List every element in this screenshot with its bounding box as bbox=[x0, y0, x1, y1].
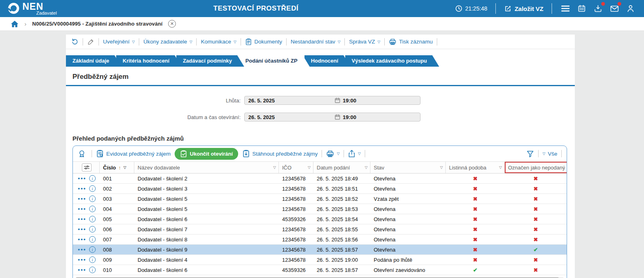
table-row[interactable]: ●●● i 003 Dodavatel - školení 5 12345678… bbox=[73, 194, 567, 204]
tab-v-sledek-zad-vac-ho-postupu[interactable]: Výsledek zadávacího postupu bbox=[345, 55, 439, 67]
row-menu-icon[interactable]: ●●● bbox=[78, 197, 86, 201]
create-vz-button[interactable]: Založit VZ bbox=[504, 5, 543, 13]
info-icon[interactable]: i bbox=[89, 195, 96, 202]
cell-cislo: 005 bbox=[100, 216, 134, 222]
divider bbox=[92, 150, 92, 157]
filter-chevron-icon[interactable]: ▽ bbox=[499, 165, 502, 169]
date-value: 26. 5. 2025 bbox=[248, 114, 335, 120]
action-item-label: Dokumenty bbox=[254, 39, 282, 45]
info-icon[interactable]: i bbox=[89, 267, 96, 273]
export-button[interactable]: ▽ bbox=[348, 150, 361, 158]
table-row[interactable]: ●●● i 001 Dodavatel - školení 2 12345678… bbox=[73, 174, 567, 184]
tab-krit-ria-hodnocen-[interactable]: Kritéria hodnocení bbox=[116, 55, 182, 67]
cell-cislo: 008 bbox=[100, 247, 134, 253]
column-header-cislo[interactable]: Číslo ↑ ▽ bbox=[100, 162, 134, 173]
column-header-nazev[interactable]: Název dodavatele ▽ bbox=[134, 162, 279, 173]
view-all-selector[interactable]: ▽ Vše bbox=[543, 151, 557, 157]
datetime-field[interactable]: 26. 5. 2025 19:00 bbox=[244, 113, 421, 122]
tab-zad-vac-podm-nky[interactable]: Zadávací podmínky bbox=[176, 55, 244, 67]
cross-icon: ✖ bbox=[446, 176, 505, 182]
breadcrumb-record[interactable]: N006/25/V00004995 - Zajištění závodního … bbox=[32, 21, 162, 27]
filter-chevron-icon[interactable]: ▽ bbox=[123, 165, 126, 169]
action-nestandardn-stav[interactable]: Nestandardní stav ▽ bbox=[291, 39, 340, 45]
pencil-icon bbox=[87, 38, 94, 46]
info-icon[interactable]: i bbox=[89, 226, 96, 232]
row-menu-icon[interactable]: ●●● bbox=[78, 248, 86, 252]
action-komunikace[interactable]: Komunikace ▽ bbox=[201, 39, 236, 45]
chevron-down-icon: ▽ bbox=[543, 152, 545, 156]
column-settings-button[interactable] bbox=[82, 163, 92, 172]
table-row[interactable]: ●●● i 008 Dodavatel - školení 9 12345678… bbox=[73, 245, 567, 255]
app-logo[interactable]: NEN Zadavatel bbox=[8, 2, 57, 15]
time-value: 19:00 bbox=[343, 98, 356, 104]
column-header-datum[interactable]: Datum podání ▽ bbox=[313, 162, 370, 173]
menu-button[interactable] bbox=[560, 3, 571, 14]
table-row[interactable]: ●●● i 005 Dodavatel - školení 6 45359326… bbox=[73, 214, 567, 224]
column-header-nepodany[interactable]: Označen jako nepodaný bbox=[505, 162, 567, 173]
action-dokumenty[interactable]: Dokumenty bbox=[245, 38, 282, 46]
messages-button[interactable] bbox=[609, 3, 620, 14]
cell-nazev: Dodavatel - školení 4 bbox=[134, 257, 279, 263]
info-icon[interactable]: i bbox=[89, 175, 96, 182]
field-label: Lhůta: bbox=[66, 98, 244, 104]
filter-button[interactable] bbox=[526, 150, 534, 158]
close-record-icon[interactable]: ✕ bbox=[168, 20, 176, 28]
column-header-ico[interactable]: IČO ▽ bbox=[279, 162, 313, 173]
cell-stav: Otevřena bbox=[370, 186, 446, 192]
row-menu-icon[interactable]: ●●● bbox=[78, 258, 86, 262]
download-interests-button[interactable]: Stáhnout předběžné zájmy bbox=[242, 150, 318, 158]
filter-chevron-icon[interactable]: ▽ bbox=[365, 165, 368, 169]
row-menu-icon[interactable]: ●●● bbox=[78, 268, 86, 272]
tab-z-kladn-daje[interactable]: Základní údaje bbox=[66, 55, 121, 67]
filter-chevron-icon[interactable]: ▽ bbox=[308, 165, 311, 169]
table-row[interactable]: ●●● i 007 Dodavatel - školení 8 12345678… bbox=[73, 235, 567, 245]
chevron-down-icon: ▽ bbox=[358, 152, 361, 156]
row-menu-icon[interactable]: ●●● bbox=[78, 217, 86, 221]
column-header-stav[interactable]: Stav ▽ bbox=[370, 162, 446, 173]
profile-button[interactable] bbox=[625, 3, 636, 14]
cross-icon: ✖ bbox=[446, 196, 505, 202]
award-button[interactable] bbox=[78, 150, 86, 158]
tab-pod-n-astn-k-zp[interactable]: Podání účastníků ZP bbox=[239, 55, 310, 67]
table-row[interactable]: ●●● i 004 Dodavatel - školení 5 12345678… bbox=[73, 204, 567, 214]
info-icon[interactable]: i bbox=[89, 185, 96, 192]
home-icon[interactable] bbox=[11, 20, 19, 28]
chevron-down-icon: ▽ bbox=[234, 40, 237, 44]
row-menu-icon[interactable]: ●●● bbox=[78, 227, 86, 231]
info-icon[interactable]: i bbox=[89, 246, 96, 253]
row-menu-icon[interactable]: ●●● bbox=[78, 176, 86, 180]
info-icon[interactable]: i bbox=[89, 236, 96, 243]
calendar-button[interactable] bbox=[576, 3, 587, 14]
filter-chevron-icon[interactable]: ▽ bbox=[273, 165, 276, 169]
cross-icon: ✖ bbox=[446, 186, 505, 192]
history-button[interactable] bbox=[71, 38, 79, 46]
action-tisk-z-znamu[interactable]: Tisk záznamu bbox=[389, 38, 433, 46]
row-menu-icon[interactable]: ●●● bbox=[78, 237, 86, 241]
filter-chevron-icon[interactable]: ▽ bbox=[440, 165, 443, 169]
column-header-listinna[interactable]: Listinná podoba ▽ bbox=[446, 162, 505, 173]
edit-button[interactable] bbox=[87, 38, 94, 46]
register-interest-button[interactable]: Evidovat předběžný zájem bbox=[96, 150, 171, 158]
end-opening-button[interactable]: Ukončit otevírání bbox=[175, 148, 238, 160]
grid-body: ●●● i 001 Dodavatel - školení 2 12345678… bbox=[73, 174, 567, 275]
info-icon[interactable]: i bbox=[89, 256, 96, 263]
action-uve-ejn-n-[interactable]: Uveřejnění ▽ bbox=[103, 39, 135, 45]
action-spr-va-vz[interactable]: Správa VZ ▽ bbox=[349, 39, 380, 45]
table-row[interactable]: ●●● i 010 Dodavatel - školení 6 45359326… bbox=[73, 265, 567, 275]
cell-ico: 45359326 bbox=[279, 216, 313, 222]
nen-logo-icon bbox=[8, 3, 19, 14]
datetime-field[interactable]: 26. 5. 2025 19:00 bbox=[244, 96, 421, 105]
table-row[interactable]: ●●● i 006 Dodavatel - školení 7 12345678… bbox=[73, 224, 567, 235]
table-row[interactable]: ●●● i 009 Dodavatel - školení 4 12345678… bbox=[73, 255, 567, 265]
row-menu-icon[interactable]: ●●● bbox=[78, 207, 86, 211]
info-icon[interactable]: i bbox=[89, 216, 96, 222]
downloads-button[interactable] bbox=[593, 3, 603, 14]
action--kony-zadavatele[interactable]: Úkony zadavatele ▽ bbox=[143, 39, 192, 45]
row-menu-icon[interactable]: ●●● bbox=[78, 187, 86, 191]
table-row[interactable]: ●●● i 002 Dodavatel - školení 3 12345678… bbox=[73, 184, 567, 194]
calendar-small-icon bbox=[335, 98, 340, 103]
info-icon[interactable]: i bbox=[89, 206, 96, 212]
print-grid-button[interactable]: ▽ bbox=[326, 150, 340, 158]
tab-hodnocen-[interactable]: Hodnocení bbox=[304, 55, 350, 67]
logo-subtitle: Zadavatel bbox=[36, 11, 57, 15]
